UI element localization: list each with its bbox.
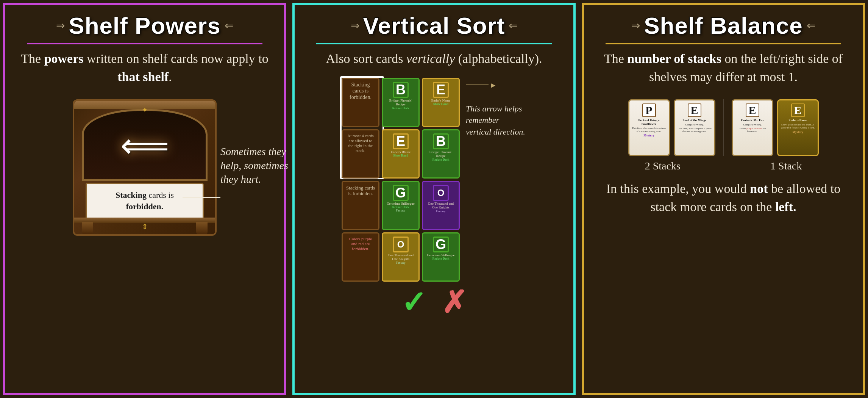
sb-card-fmf-letter: E bbox=[746, 103, 759, 117]
vs-card-r1c0: At most 4 cards are allowed to the right… bbox=[342, 129, 379, 179]
vs-card-r0c1-action: Reduce Deck bbox=[392, 107, 409, 110]
vs-card-r1c1: E Ender's Blame Show Hand bbox=[382, 129, 420, 179]
sb-right-arrow-icon: ⇐ bbox=[807, 19, 815, 32]
vs-right-arrow-icon: ⇐ bbox=[509, 19, 517, 32]
shelf-balance-header: ⇒ Shelf Balance ⇐ bbox=[592, 12, 854, 39]
vs-card-r3c0-text: Colors purple and red are forbidden. bbox=[344, 235, 377, 253]
vs-card-r1c2-action: Reduce Deck bbox=[432, 158, 450, 161]
vs-card-r2c2: O One Thousand and One Knights Fantasy bbox=[422, 181, 460, 230]
vs-xmark: ✗ bbox=[442, 285, 467, 320]
vs-card-r0c2: E Ender's Name Show Hand bbox=[422, 78, 460, 127]
bookshelf-image: ⟸ Stacking cards isforbidden. ✦ ⇕ bbox=[73, 99, 217, 236]
sb-card-fmf: E Fantastic Mr. Fox Complete Wrong Color… bbox=[732, 99, 773, 156]
vs-card-r2c1-letter: G bbox=[393, 185, 409, 201]
vertical-sort-underline bbox=[316, 43, 552, 44]
vs-card-r1c1-action: Show Hand bbox=[393, 154, 408, 157]
sb-card-p-title: Perks of Being a Smalltower bbox=[631, 119, 667, 126]
shelf-balance-underline bbox=[606, 43, 841, 44]
shelf-powers-panel: ⇒ Shelf Powers ⇐ The powers written on s… bbox=[3, 3, 286, 395]
vs-card-r3c2-letter: G bbox=[433, 237, 449, 252]
vs-arrow-note-area: ▶ This arrow helps remember vertical dir… bbox=[466, 81, 526, 282]
vs-arrow-line bbox=[466, 85, 489, 85]
sb-card-lotw-letter: E bbox=[688, 103, 701, 117]
vs-card-r3c1: O One Thousand and One Knights Fantasy bbox=[382, 232, 420, 282]
sb-card-fmf-subtitle: Complete Wrong bbox=[743, 123, 762, 126]
vs-card-r1c1-title: Ender's Blame bbox=[390, 150, 411, 154]
vs-card-r3c2: G Geronima Stillrogue Reduce Deck bbox=[422, 232, 460, 282]
shelf-card-text: Stacking cards isforbidden. bbox=[91, 190, 198, 213]
vs-card-r0c0: Stacking cards is forbidden. bbox=[342, 78, 379, 127]
sb-card-lotw-title: Lord of the Wings bbox=[682, 119, 707, 122]
sb-left-arrow-icon: ⇒ bbox=[631, 19, 640, 32]
vs-card-r2c2-letter: O bbox=[433, 185, 449, 201]
sb-card-p: P Perks of Being a Smalltower This item,… bbox=[628, 99, 670, 156]
sb-card-en-title: Ender's Name bbox=[788, 119, 808, 122]
sb-card-p-letter: P bbox=[642, 103, 656, 117]
sb-card-en: E Ender's Name Show your hand to the tea… bbox=[777, 99, 819, 156]
shelf-arch-bg: ⟸ bbox=[82, 109, 208, 181]
sb-card-lotw-body: This item, also complete a piece if it h… bbox=[676, 127, 713, 133]
vs-card-r0c2-letter: E bbox=[433, 82, 449, 98]
shelf-balance-panel: ⇒ Shelf Balance ⇐ The number of stacks o… bbox=[582, 3, 865, 395]
sb-cards-container: P Perks of Being a Smalltower This item,… bbox=[592, 99, 854, 156]
annotation-line bbox=[183, 197, 220, 198]
vertical-sort-title: Vertical Sort bbox=[363, 12, 505, 39]
vs-card-r2c0: Stacking cards is forbidden. bbox=[342, 181, 379, 230]
vs-card-r0c0-text: Stacking cards is forbidden. bbox=[344, 80, 377, 102]
vs-card-r0c2-title: Ender's Name bbox=[431, 99, 451, 103]
vs-card-r2c2-title: One Thousand and One Knights bbox=[425, 202, 457, 210]
sb-card-p-body: This item, also complete a game if it ha… bbox=[631, 127, 667, 133]
vs-card-r2c1: G Geronima Stillrogue Reduce Deck Fantas… bbox=[382, 181, 420, 230]
vs-card-r1c2-letter: B bbox=[433, 133, 449, 149]
shelf-leg-left bbox=[82, 222, 93, 234]
shelf-card: Stacking cards isforbidden. bbox=[86, 183, 204, 219]
vs-card-r2c1-title: Geronima Stillrogue bbox=[386, 202, 415, 206]
right-arrow-icon: ⇐ bbox=[225, 19, 233, 32]
shelf-powers-description: The powers written on shelf cards now ap… bbox=[14, 50, 276, 86]
sb-separator bbox=[723, 99, 724, 156]
shelf-leg-right bbox=[196, 222, 208, 234]
vs-card-r1c1-letter: E bbox=[393, 133, 409, 149]
vs-col-3: E Ender's Name Show Hand B Bridget Phoen… bbox=[422, 78, 460, 282]
vs-col-1: Stacking cards is forbidden. At most 4 c… bbox=[342, 78, 379, 282]
vs-card-r2c1-genre: Fantasy bbox=[396, 209, 406, 212]
shelf-illustration-container: ⟸ Stacking cards isforbidden. ✦ ⇕ Someti… bbox=[73, 99, 217, 236]
vs-left-arrow-icon: ⇒ bbox=[351, 19, 359, 32]
left-arrow-icon: ⇒ bbox=[56, 19, 65, 32]
shelf-arrow-container: ⟸ bbox=[84, 111, 206, 179]
vs-card-r3c1-title: One Thousand and One Knights bbox=[384, 253, 417, 262]
shelf-powers-underline bbox=[27, 43, 263, 44]
annotation-text: Sometimes they help, sometimes they hurt… bbox=[220, 145, 292, 186]
shelf-ornament: ✦ bbox=[142, 105, 148, 114]
vs-card-r3c2-action: Reduce Deck bbox=[432, 257, 450, 260]
shelf-balance-description: The number of stacks on the left/right s… bbox=[592, 50, 854, 86]
vs-arrow-note-text: This arrow helps remember vertical direc… bbox=[466, 103, 526, 138]
shelf-powers-header: ⇒ Shelf Powers ⇐ bbox=[14, 12, 276, 39]
sb-card-en-letter: E bbox=[791, 103, 805, 117]
sb-label-left: 2 Stacks bbox=[645, 160, 681, 172]
vertical-sort-panel: ⇒ Vertical Sort ⇐ Also sort cards vertic… bbox=[292, 3, 576, 395]
shelf-arrow-symbol: ⟸ bbox=[120, 125, 169, 165]
vs-card-r0c1: B Bridget Phoenix' Recipe Reduce Deck bbox=[382, 78, 420, 127]
vs-cards-container: Stacking cards is forbidden. At most 4 c… bbox=[303, 78, 565, 282]
vs-card-r1c2: B Bridget Phoenix' Recipe Reduce Deck bbox=[422, 129, 460, 179]
vs-card-r3c2-title: Geronima Stillrogue bbox=[426, 253, 456, 257]
sb-label-right: 1 Stack bbox=[770, 160, 802, 172]
sb-card-p-action: Mystery bbox=[643, 134, 654, 137]
sb-labels: 2 Stacks 1 Stack bbox=[592, 160, 854, 172]
vs-card-r2c2-genre: Fantasy bbox=[436, 210, 446, 213]
sb-card-lotw-subtitle: Complete Wrong bbox=[685, 123, 704, 126]
sb-card-en-body: Show your hand to the team. A game if it… bbox=[780, 123, 816, 130]
vs-card-r1c0-text: At most 4 cards are allowed to the right… bbox=[344, 132, 377, 155]
shelf-balance-title: Shelf Balance bbox=[644, 12, 803, 39]
vs-arrow-head: ▶ bbox=[491, 81, 495, 89]
vertical-sort-description: Also sort cards vertically (alphabetical… bbox=[326, 50, 542, 68]
sb-card-en-action: Mystery bbox=[792, 130, 803, 134]
vs-card-r0c1-letter: B bbox=[393, 82, 409, 98]
sb-footer-text: In this example, you would not be allowe… bbox=[592, 180, 854, 216]
vs-checkmark: ✓ bbox=[401, 285, 426, 320]
vs-card-r2c0-text: Stacking cards is forbidden. bbox=[344, 183, 377, 198]
vs-arrow-indicator: ▶ bbox=[466, 81, 495, 89]
vs-card-r3c0: Colors purple and red are forbidden. bbox=[342, 232, 379, 282]
shelf-bottom-arrows: ⇕ bbox=[142, 222, 148, 231]
